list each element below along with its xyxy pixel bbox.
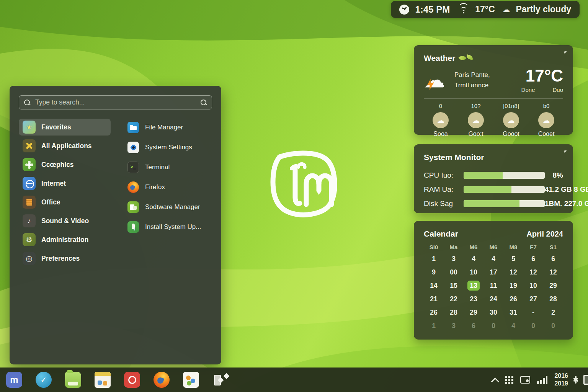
monitor-bar-fill: [464, 172, 503, 179]
syssettings-icon: [127, 142, 139, 153]
calendar-day: 26: [424, 307, 444, 317]
app-item-label: Install System Up...: [145, 223, 201, 231]
sidebar-item-label: All Applications: [41, 142, 92, 150]
calendar-day: 4: [483, 254, 503, 264]
weather-temperature: 17°C: [521, 67, 563, 84]
search-bar[interactable]: [19, 95, 212, 109]
signal-bars-icon[interactable]: [537, 376, 547, 384]
app-item-file-manager[interactable]: File Manager: [127, 119, 212, 136]
calendar-day-header: SI0: [424, 244, 444, 250]
prefs-icon: [23, 252, 36, 265]
calendar-day: 19: [503, 281, 523, 291]
tray-edge-icon[interactable]: [583, 375, 588, 385]
calendar-day: 3: [444, 254, 464, 264]
tray-clock[interactable]: 2016 2019: [554, 372, 568, 387]
software-icon: [127, 201, 139, 213]
blue-orb-icon[interactable]: [36, 372, 52, 388]
firefox-icon[interactable]: [154, 372, 170, 388]
app-item-firefox[interactable]: Firefox: [127, 178, 212, 196]
red-app-icon[interactable]: [124, 372, 140, 388]
calendar-day: 24: [483, 294, 503, 304]
forecast-top-label: 0: [439, 103, 442, 109]
app-item-system-settings[interactable]: System Settings: [127, 139, 212, 156]
weather-cloud-icon: ☁: [424, 72, 448, 89]
app-item-label: Firefox: [145, 183, 165, 191]
sidebar-item-preferences[interactable]: Preferences: [19, 250, 111, 267]
calendar-day: 14: [424, 281, 444, 291]
calendar-day: 28: [444, 307, 464, 317]
status-time: 1:45 PM: [415, 4, 450, 15]
sidebar-item-all-applications[interactable]: All Applications: [19, 137, 111, 154]
calendar-day: 30: [483, 307, 503, 317]
sidebar-item-favorites[interactable]: Favorites: [19, 119, 111, 136]
mint-logo-watermark: [268, 150, 341, 217]
gallery-icon[interactable]: [183, 372, 199, 388]
graphics-icon: [23, 158, 36, 171]
wifi-icon: [458, 5, 469, 14]
app-item-sodtware-manager[interactable]: Sodtware Manager: [127, 198, 212, 216]
calendar-day: 21: [424, 294, 444, 304]
system-monitor-title: System Monitor: [424, 153, 563, 162]
search-icon-right: [200, 99, 207, 106]
sidebar-item-cc-phics[interactable]: Ccœphics: [19, 156, 111, 173]
app-item-install-system-up[interactable]: Install System Up...: [127, 218, 212, 236]
taskbar: 2016 2019: [0, 368, 588, 392]
calendar-day: 5: [503, 254, 523, 264]
display-icon[interactable]: [520, 376, 530, 384]
forecast-row: 0☁Sooa10?☁Goo:t[01n8]☁Goootb0☁Cooet: [424, 103, 563, 137]
grid-icon[interactable]: [505, 376, 513, 384]
chevron-up-icon[interactable]: [491, 377, 499, 385]
monitor-value: 8%: [545, 171, 563, 180]
sidebar-item-label: Office: [41, 198, 60, 206]
calendar-widget: Calendar April 2024 SI0MaM6M6M8F7S113445…: [414, 221, 573, 340]
monitor-bar-track: [464, 200, 545, 207]
monitor-label: RAM Ua:: [424, 185, 464, 194]
forecast-cloud-icon: ☁: [433, 112, 449, 128]
calendar-day: 26: [503, 294, 523, 304]
calendar-day-header: S1: [543, 244, 563, 250]
calendar-day: 29: [543, 281, 563, 291]
filemgr-icon: [127, 122, 139, 133]
weather-location-line1: Paris Pante,: [454, 70, 490, 80]
sidebar-item-label: Ccœphics: [41, 161, 74, 169]
files-icon[interactable]: [95, 372, 111, 388]
green-folder-icon[interactable]: [65, 372, 81, 388]
forecast-col: 10?☁Goo:t: [462, 103, 490, 137]
widget-expand-icon[interactable]: [564, 150, 567, 153]
calendar-day: -: [523, 307, 543, 317]
forecast-cloud-icon: ☁: [468, 112, 484, 128]
sidebar-item-office[interactable]: Office: [19, 194, 111, 211]
calendar-day-header: M8: [503, 244, 523, 250]
app-item-label: Terminal: [145, 163, 170, 171]
calendar-day: 23: [464, 294, 483, 304]
sidebar-item-internet[interactable]: Internet: [19, 175, 111, 192]
search-input[interactable]: [35, 98, 196, 106]
calendar-day: 10: [464, 267, 483, 277]
monitor-bar-track: [464, 186, 545, 193]
system-monitor-widget: System Monitor CPU Iuo:8%RAM Ua:41.2 GB …: [414, 144, 573, 213]
plant-icon[interactable]: [575, 376, 577, 384]
mint-menu-icon[interactable]: [6, 372, 22, 388]
calendar-day: 0: [523, 321, 543, 331]
search-icon: [24, 99, 31, 106]
monitor-row: CPU Iuo:8%: [424, 168, 563, 182]
calendar-day-header: Ma: [444, 244, 464, 250]
allapps-icon: [23, 139, 36, 152]
sidebar-item-label: Administration: [41, 236, 88, 244]
sidebar-item-label: Sound & Video: [41, 217, 89, 225]
calendar-grid: SI0MaM6M6M8F7S11344566900101712121214151…: [424, 244, 563, 331]
widget-expand-icon[interactable]: [564, 51, 567, 54]
forecast-col: b0☁Cooet: [532, 103, 560, 137]
screenshot-icon[interactable]: [212, 372, 230, 388]
calendar-day: 4: [464, 254, 483, 264]
sidebar-item-sound-video[interactable]: Sound & Video: [19, 212, 111, 229]
firefox-icon: [127, 181, 139, 193]
calendar-day: 13: [467, 281, 480, 291]
calendar-day: 0: [483, 321, 503, 331]
forecast-top-label: 10?: [471, 103, 480, 109]
status-pill: 1:45 PM 17°C ☁ Partly cloudy: [391, 1, 580, 18]
app-item-terminal[interactable]: Terminal: [127, 158, 212, 176]
app-item-label: Sodtware Manager: [145, 203, 200, 211]
sidebar-item-administration[interactable]: Administration: [19, 231, 111, 248]
status-temperature: 17°C: [475, 4, 495, 15]
